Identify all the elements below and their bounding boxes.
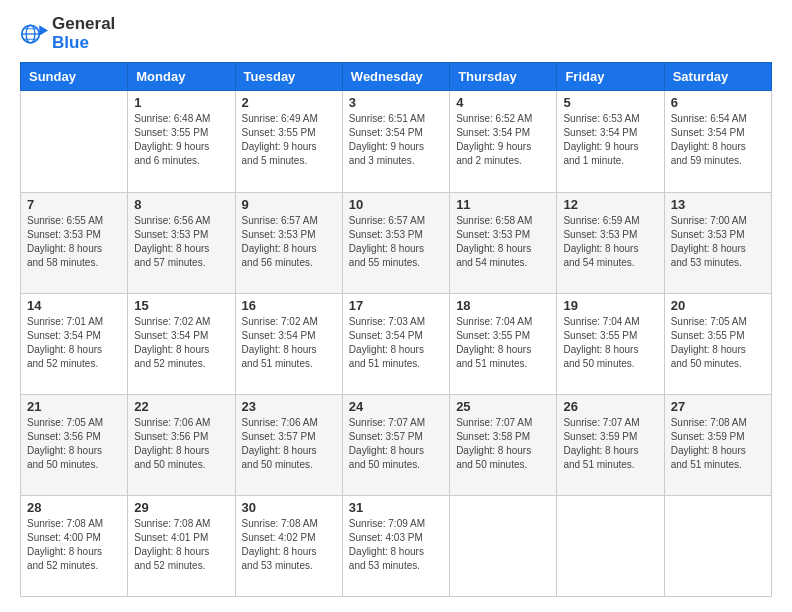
day-number: 27	[671, 399, 765, 414]
weekday-header-tuesday: Tuesday	[235, 63, 342, 91]
weekday-header-monday: Monday	[128, 63, 235, 91]
day-info: Sunrise: 6:59 AM Sunset: 3:53 PM Dayligh…	[563, 214, 657, 270]
calendar-table: SundayMondayTuesdayWednesdayThursdayFrid…	[20, 62, 772, 597]
day-number: 10	[349, 197, 443, 212]
day-info: Sunrise: 6:53 AM Sunset: 3:54 PM Dayligh…	[563, 112, 657, 168]
day-info: Sunrise: 7:00 AM Sunset: 3:53 PM Dayligh…	[671, 214, 765, 270]
calendar-cell: 31Sunrise: 7:09 AM Sunset: 4:03 PM Dayli…	[342, 495, 449, 596]
calendar-cell: 6Sunrise: 6:54 AM Sunset: 3:54 PM Daylig…	[664, 91, 771, 192]
weekday-header-row: SundayMondayTuesdayWednesdayThursdayFrid…	[21, 63, 772, 91]
day-info: Sunrise: 6:54 AM Sunset: 3:54 PM Dayligh…	[671, 112, 765, 168]
calendar-cell: 25Sunrise: 7:07 AM Sunset: 3:58 PM Dayli…	[450, 394, 557, 495]
calendar-cell: 17Sunrise: 7:03 AM Sunset: 3:54 PM Dayli…	[342, 293, 449, 394]
day-number: 13	[671, 197, 765, 212]
calendar-cell	[450, 495, 557, 596]
logo-icon	[20, 20, 48, 48]
calendar-cell: 28Sunrise: 7:08 AM Sunset: 4:00 PM Dayli…	[21, 495, 128, 596]
day-number: 8	[134, 197, 228, 212]
day-number: 3	[349, 95, 443, 110]
calendar-cell: 14Sunrise: 7:01 AM Sunset: 3:54 PM Dayli…	[21, 293, 128, 394]
calendar-cell	[557, 495, 664, 596]
calendar-cell: 5Sunrise: 6:53 AM Sunset: 3:54 PM Daylig…	[557, 91, 664, 192]
calendar-cell: 21Sunrise: 7:05 AM Sunset: 3:56 PM Dayli…	[21, 394, 128, 495]
day-info: Sunrise: 7:08 AM Sunset: 4:00 PM Dayligh…	[27, 517, 121, 573]
day-number: 24	[349, 399, 443, 414]
day-info: Sunrise: 6:56 AM Sunset: 3:53 PM Dayligh…	[134, 214, 228, 270]
day-info: Sunrise: 6:49 AM Sunset: 3:55 PM Dayligh…	[242, 112, 336, 168]
calendar-cell: 8Sunrise: 6:56 AM Sunset: 3:53 PM Daylig…	[128, 192, 235, 293]
day-info: Sunrise: 7:02 AM Sunset: 3:54 PM Dayligh…	[242, 315, 336, 371]
calendar-cell: 26Sunrise: 7:07 AM Sunset: 3:59 PM Dayli…	[557, 394, 664, 495]
calendar-cell: 18Sunrise: 7:04 AM Sunset: 3:55 PM Dayli…	[450, 293, 557, 394]
day-number: 14	[27, 298, 121, 313]
week-row-2: 14Sunrise: 7:01 AM Sunset: 3:54 PM Dayli…	[21, 293, 772, 394]
calendar-cell	[21, 91, 128, 192]
day-info: Sunrise: 7:07 AM Sunset: 3:59 PM Dayligh…	[563, 416, 657, 472]
week-row-3: 21Sunrise: 7:05 AM Sunset: 3:56 PM Dayli…	[21, 394, 772, 495]
day-info: Sunrise: 7:06 AM Sunset: 3:57 PM Dayligh…	[242, 416, 336, 472]
logo-text: General Blue	[52, 15, 115, 52]
day-info: Sunrise: 6:57 AM Sunset: 3:53 PM Dayligh…	[242, 214, 336, 270]
day-info: Sunrise: 7:04 AM Sunset: 3:55 PM Dayligh…	[563, 315, 657, 371]
weekday-header-sunday: Sunday	[21, 63, 128, 91]
day-info: Sunrise: 7:09 AM Sunset: 4:03 PM Dayligh…	[349, 517, 443, 573]
weekday-header-saturday: Saturday	[664, 63, 771, 91]
calendar-cell: 27Sunrise: 7:08 AM Sunset: 3:59 PM Dayli…	[664, 394, 771, 495]
logo: General Blue	[20, 15, 115, 52]
calendar-cell: 24Sunrise: 7:07 AM Sunset: 3:57 PM Dayli…	[342, 394, 449, 495]
day-number: 16	[242, 298, 336, 313]
weekday-header-thursday: Thursday	[450, 63, 557, 91]
day-number: 17	[349, 298, 443, 313]
calendar-cell: 13Sunrise: 7:00 AM Sunset: 3:53 PM Dayli…	[664, 192, 771, 293]
week-row-4: 28Sunrise: 7:08 AM Sunset: 4:00 PM Dayli…	[21, 495, 772, 596]
day-number: 9	[242, 197, 336, 212]
day-number: 20	[671, 298, 765, 313]
calendar-cell: 11Sunrise: 6:58 AM Sunset: 3:53 PM Dayli…	[450, 192, 557, 293]
day-number: 30	[242, 500, 336, 515]
day-info: Sunrise: 7:03 AM Sunset: 3:54 PM Dayligh…	[349, 315, 443, 371]
day-number: 4	[456, 95, 550, 110]
day-number: 1	[134, 95, 228, 110]
calendar-cell: 23Sunrise: 7:06 AM Sunset: 3:57 PM Dayli…	[235, 394, 342, 495]
day-info: Sunrise: 7:02 AM Sunset: 3:54 PM Dayligh…	[134, 315, 228, 371]
calendar-cell: 15Sunrise: 7:02 AM Sunset: 3:54 PM Dayli…	[128, 293, 235, 394]
weekday-header-wednesday: Wednesday	[342, 63, 449, 91]
day-number: 6	[671, 95, 765, 110]
page: General Blue SundayMondayTuesdayWednesda…	[0, 0, 792, 612]
calendar-cell: 30Sunrise: 7:08 AM Sunset: 4:02 PM Dayli…	[235, 495, 342, 596]
weekday-header-friday: Friday	[557, 63, 664, 91]
calendar-cell: 20Sunrise: 7:05 AM Sunset: 3:55 PM Dayli…	[664, 293, 771, 394]
week-row-1: 7Sunrise: 6:55 AM Sunset: 3:53 PM Daylig…	[21, 192, 772, 293]
calendar-cell: 2Sunrise: 6:49 AM Sunset: 3:55 PM Daylig…	[235, 91, 342, 192]
day-number: 28	[27, 500, 121, 515]
calendar-cell	[664, 495, 771, 596]
day-info: Sunrise: 7:07 AM Sunset: 3:57 PM Dayligh…	[349, 416, 443, 472]
day-number: 29	[134, 500, 228, 515]
day-number: 23	[242, 399, 336, 414]
day-info: Sunrise: 7:04 AM Sunset: 3:55 PM Dayligh…	[456, 315, 550, 371]
calendar-cell: 4Sunrise: 6:52 AM Sunset: 3:54 PM Daylig…	[450, 91, 557, 192]
day-number: 22	[134, 399, 228, 414]
calendar-cell: 12Sunrise: 6:59 AM Sunset: 3:53 PM Dayli…	[557, 192, 664, 293]
day-info: Sunrise: 6:55 AM Sunset: 3:53 PM Dayligh…	[27, 214, 121, 270]
day-info: Sunrise: 6:48 AM Sunset: 3:55 PM Dayligh…	[134, 112, 228, 168]
day-info: Sunrise: 7:07 AM Sunset: 3:58 PM Dayligh…	[456, 416, 550, 472]
day-number: 7	[27, 197, 121, 212]
day-info: Sunrise: 7:05 AM Sunset: 3:56 PM Dayligh…	[27, 416, 121, 472]
day-info: Sunrise: 7:01 AM Sunset: 3:54 PM Dayligh…	[27, 315, 121, 371]
day-info: Sunrise: 7:08 AM Sunset: 3:59 PM Dayligh…	[671, 416, 765, 472]
day-number: 21	[27, 399, 121, 414]
day-number: 2	[242, 95, 336, 110]
header: General Blue	[20, 15, 772, 52]
day-number: 11	[456, 197, 550, 212]
day-number: 31	[349, 500, 443, 515]
day-info: Sunrise: 6:57 AM Sunset: 3:53 PM Dayligh…	[349, 214, 443, 270]
calendar-cell: 22Sunrise: 7:06 AM Sunset: 3:56 PM Dayli…	[128, 394, 235, 495]
day-number: 25	[456, 399, 550, 414]
calendar-cell: 3Sunrise: 6:51 AM Sunset: 3:54 PM Daylig…	[342, 91, 449, 192]
day-info: Sunrise: 7:06 AM Sunset: 3:56 PM Dayligh…	[134, 416, 228, 472]
day-info: Sunrise: 7:08 AM Sunset: 4:02 PM Dayligh…	[242, 517, 336, 573]
calendar-cell: 29Sunrise: 7:08 AM Sunset: 4:01 PM Dayli…	[128, 495, 235, 596]
day-number: 19	[563, 298, 657, 313]
day-number: 18	[456, 298, 550, 313]
